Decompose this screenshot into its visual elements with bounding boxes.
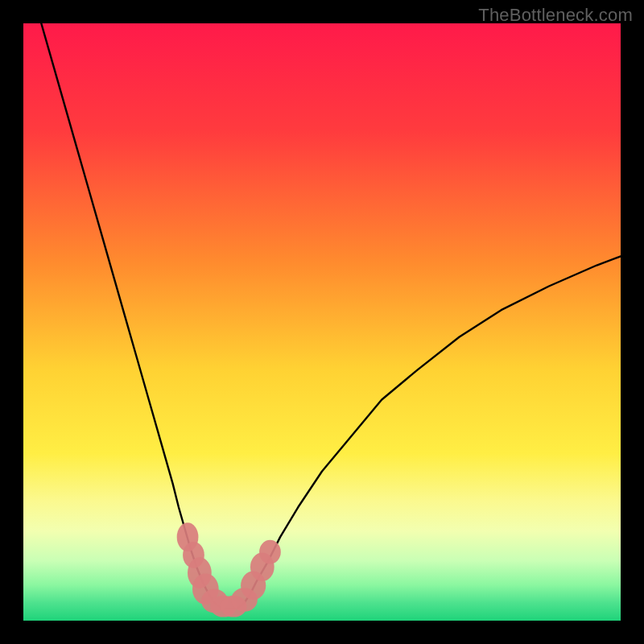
curve-marker (259, 540, 281, 564)
plot-area (23, 23, 621, 621)
chart-svg (23, 23, 621, 621)
gradient-background (23, 23, 621, 621)
watermark-text: TheBottleneck.com (478, 5, 633, 26)
chart-outer: TheBottleneck.com (0, 0, 644, 644)
